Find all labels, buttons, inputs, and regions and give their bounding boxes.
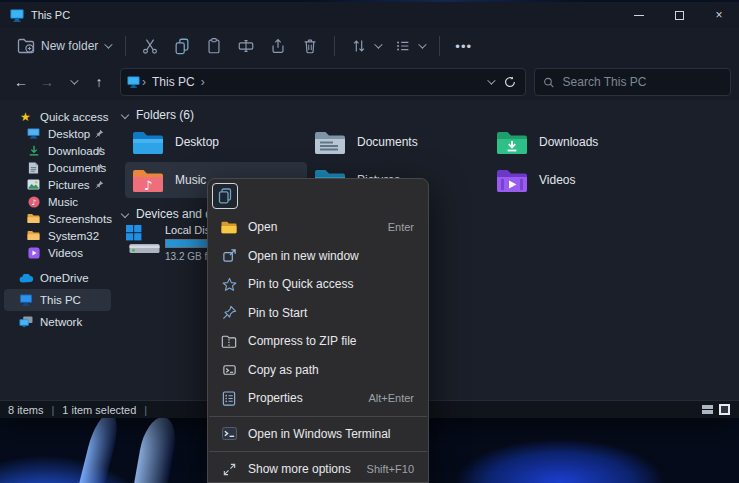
wallpaper-petal bbox=[79, 413, 122, 483]
cut-button[interactable] bbox=[134, 32, 166, 60]
properties-icon bbox=[220, 391, 238, 406]
sidebar-item-downloads[interactable]: Downloads bbox=[4, 142, 111, 159]
chevron-down-icon bbox=[375, 40, 383, 48]
context-menu: Open Enter Open in new window Pin to Qui… bbox=[207, 178, 429, 483]
sidebar-item-screenshots[interactable]: Screenshots bbox=[4, 210, 111, 227]
command-toolbar: New folder bbox=[0, 28, 739, 64]
folder-icon bbox=[26, 213, 41, 224]
pin-to-start-icon bbox=[220, 305, 238, 320]
sidebar-item-label: Music bbox=[48, 196, 78, 208]
address-bar[interactable]: › This PC › bbox=[120, 68, 526, 96]
show-more-options-icon bbox=[220, 462, 238, 477]
menu-item-shortcut: Shift+F10 bbox=[367, 463, 414, 475]
details-view-button[interactable] bbox=[701, 403, 714, 416]
menu-item-shortcut: Enter bbox=[388, 221, 414, 233]
back-button[interactable]: ← bbox=[8, 69, 34, 95]
toolbar-divider bbox=[125, 36, 126, 56]
menu-item-compress-zip[interactable]: Compress to ZIP file bbox=[208, 327, 428, 356]
toolbar-divider bbox=[334, 36, 335, 56]
sidebar-item-videos[interactable]: Videos bbox=[4, 244, 111, 261]
menu-item-show-more-options[interactable]: Show more options Shift+F10 bbox=[208, 455, 428, 483]
onedrive-icon bbox=[18, 274, 33, 283]
sidebar-item-quick-access[interactable]: ★ Quick access bbox=[4, 108, 111, 125]
thumbnail-view-icon bbox=[719, 404, 730, 415]
selected-count: 1 item selected bbox=[62, 404, 136, 416]
search-box[interactable] bbox=[534, 68, 731, 96]
menu-item-copy-as-path[interactable]: Copy as path bbox=[208, 356, 428, 385]
folder-tile-label: Desktop bbox=[175, 135, 219, 149]
pin-quick-access-star-icon bbox=[220, 277, 238, 292]
status-divider: | bbox=[144, 404, 147, 416]
open-new-window-icon bbox=[220, 248, 238, 263]
breadcrumb-this-pc[interactable]: This PC bbox=[152, 75, 195, 89]
chevron-down-icon bbox=[70, 76, 78, 84]
pictures-icon bbox=[26, 179, 41, 190]
menu-item-open-new-window[interactable]: Open in new window bbox=[208, 242, 428, 271]
folder-tile-documents[interactable]: Documents bbox=[307, 124, 489, 160]
close-button[interactable]: × bbox=[699, 2, 739, 28]
sidebar-item-music[interactable]: ♪ Music bbox=[4, 193, 111, 210]
menu-item-pin-to-start[interactable]: Pin to Start bbox=[208, 299, 428, 328]
this-pc-icon bbox=[10, 9, 24, 22]
collapse-chevron-icon bbox=[121, 210, 129, 218]
folder-tile-videos[interactable]: Videos bbox=[489, 162, 671, 198]
minimize-button[interactable] bbox=[619, 2, 659, 28]
copy-command-button[interactable] bbox=[212, 183, 238, 209]
sidebar-item-system32[interactable]: System32 bbox=[4, 227, 111, 244]
sidebar-item-documents[interactable]: Documents bbox=[4, 159, 111, 176]
desktop-icon bbox=[26, 128, 41, 139]
new-folder-button[interactable]: New folder bbox=[10, 33, 117, 59]
desktop-folder-icon bbox=[131, 128, 165, 156]
details-view-icon bbox=[702, 405, 713, 414]
new-folder-label: New folder bbox=[41, 39, 98, 53]
menu-item-open-windows-terminal[interactable]: Open in Windows Terminal bbox=[208, 420, 428, 449]
wallpaper-petal bbox=[450, 423, 670, 483]
sidebar-item-pictures[interactable]: Pictures bbox=[4, 176, 111, 193]
wallpaper-petal bbox=[134, 417, 180, 483]
menu-item-properties[interactable]: Properties Alt+Enter bbox=[208, 384, 428, 413]
sidebar-item-label: Pictures bbox=[48, 179, 90, 191]
open-folder-icon bbox=[220, 221, 238, 234]
sort-button[interactable] bbox=[343, 32, 387, 60]
downloads-icon bbox=[26, 145, 41, 157]
view-options-button[interactable] bbox=[387, 32, 431, 60]
up-icon: ↑ bbox=[96, 74, 103, 90]
rename-button[interactable] bbox=[230, 32, 262, 60]
paste-icon bbox=[205, 37, 223, 55]
share-button[interactable] bbox=[262, 32, 294, 60]
recent-locations-button[interactable] bbox=[60, 69, 86, 95]
maximize-icon bbox=[675, 11, 684, 20]
sidebar-item-desktop[interactable]: Desktop bbox=[4, 125, 111, 142]
menu-item-label: Show more options bbox=[248, 462, 351, 476]
sidebar-item-this-pc[interactable]: This PC bbox=[4, 289, 111, 311]
maximize-button[interactable] bbox=[659, 2, 699, 28]
videos-folder-icon bbox=[495, 166, 529, 194]
copy-button[interactable] bbox=[166, 32, 198, 60]
sidebar-item-label: Network bbox=[40, 316, 82, 328]
search-input[interactable] bbox=[563, 75, 722, 89]
cut-icon bbox=[141, 37, 159, 55]
menu-separator bbox=[209, 416, 427, 417]
folder-tile-downloads[interactable]: Downloads bbox=[489, 124, 671, 160]
pin-icon bbox=[95, 145, 104, 157]
up-button[interactable]: ↑ bbox=[86, 69, 112, 95]
breadcrumb-chevron: › bbox=[201, 75, 205, 89]
forward-icon: → bbox=[40, 74, 54, 90]
refresh-icon[interactable] bbox=[503, 75, 517, 89]
see-more-button[interactable]: ••• bbox=[448, 34, 479, 59]
sidebar-item-onedrive[interactable]: OneDrive bbox=[4, 267, 111, 289]
menu-item-open[interactable]: Open Enter bbox=[208, 213, 428, 242]
thumbnail-view-button[interactable] bbox=[718, 403, 731, 416]
folders-section-header[interactable]: Folders (6) bbox=[122, 108, 194, 122]
forward-button[interactable]: → bbox=[34, 69, 60, 95]
sidebar-item-network[interactable]: Network bbox=[4, 311, 111, 333]
folders-header-label: Folders (6) bbox=[136, 108, 194, 122]
delete-button[interactable] bbox=[294, 32, 326, 60]
menu-item-label: Pin to Start bbox=[248, 306, 307, 320]
sidebar-item-label: Screenshots bbox=[48, 213, 112, 225]
paste-button[interactable] bbox=[198, 32, 230, 60]
folder-tile-desktop[interactable]: Desktop bbox=[125, 124, 307, 160]
address-dropdown-icon[interactable] bbox=[487, 76, 495, 84]
menu-item-pin-quick-access[interactable]: Pin to Quick access bbox=[208, 270, 428, 299]
status-divider: | bbox=[51, 404, 54, 416]
